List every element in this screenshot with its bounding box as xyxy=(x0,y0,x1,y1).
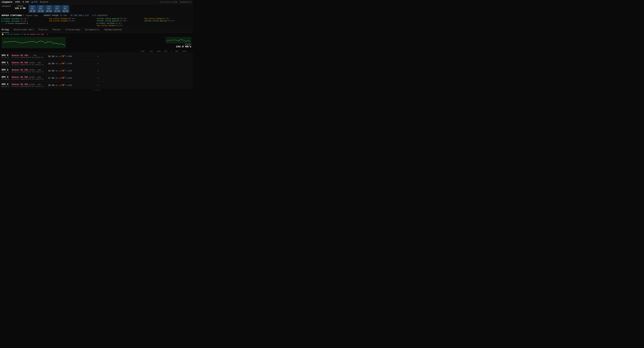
fan-reading-2: 54% xyxy=(68,70,72,72)
gpu-mem-3: 8192М · xyxy=(29,76,38,78)
temp-area-0: ▭ 72° ▭ 50% xyxy=(59,55,74,58)
gpu-id-sub-0: 01:00.0 xyxy=(2,57,10,59)
temp-val-1: 72° xyxy=(38,8,44,10)
agent-version: A 18.10 xyxy=(21,33,28,35)
hash-val-3: 17.65 xyxy=(54,10,60,12)
log-more-line: ... 8 більше повідомлень 🗑 xyxy=(2,22,48,24)
gpu-details-0: Radeon R9 390 - · MSI SK Hynix H5GC4H24A… xyxy=(12,54,44,58)
gpu-hynix-4: SK Hynix H5GC4H24AJR MS-V30823-F6 xyxy=(12,86,44,87)
temp-reading-1: 74° xyxy=(62,62,66,65)
gpu-name-0: Radeon R9 390 xyxy=(12,54,28,57)
chart-section: ETHASH 144.0 МН/s xyxy=(0,36,193,50)
mdpm-header: MDPM xyxy=(178,50,186,52)
ethash-label: ETHASH xyxy=(17,5,23,7)
temp-icon-1: ▭ xyxy=(59,62,61,65)
gpu-temp-box-1: 50% 72° 16.99 xyxy=(37,5,44,13)
log-x-2[interactable]: × xyxy=(27,20,28,22)
log-line: ▶ sreboot shutdown 1d 13h × xyxy=(2,20,48,22)
temp-icon-0: ▭ xyxy=(59,55,61,58)
rig-config-3: Rig config changed xyxy=(97,24,115,26)
dpm-val-1: - xyxy=(79,62,82,65)
log-time-1: 14h 3m xyxy=(20,18,26,20)
bell-icon: 🔔 xyxy=(2,33,4,35)
gpu-brand-4: MSI xyxy=(38,84,41,85)
arrow-icon: ▶ xyxy=(2,20,2,22)
gpu-id-sub-2: 03:00.0 xyxy=(2,71,10,73)
coin-row: ◆ ETH xyxy=(31,1,38,3)
gpu-rows-container: GPU 0 01:00.0 Radeon R9 390 - · MSI SK H… xyxy=(0,53,193,89)
rig-x-3[interactable]: × xyxy=(122,24,123,26)
gpu-id-2: GPU 2 03:00.0 xyxy=(2,69,10,73)
sreboot-time-1: 1d 1h xyxy=(115,22,120,24)
fan-reading-1: 54% xyxy=(68,62,72,65)
trash-icon[interactable]: 🗑 xyxy=(26,22,28,24)
gpu-row-0: GPU 0 01:00.0 Radeon R9 390 - · MSI SK H… xyxy=(0,53,193,60)
tab-огляд[interactable]: Огляд xyxy=(2,28,9,33)
gpu-id-label-3: GPU 3 xyxy=(2,76,10,78)
rig-x-1[interactable]: × xyxy=(75,18,76,19)
dpm-val-2: - xyxy=(79,70,82,72)
version-text: 0.6-31@190418 xyxy=(92,14,108,17)
gpu-row-2: GPU 2 03:00.0 Radeon R9 390 8192М · MSI … xyxy=(0,67,193,74)
gpu-name-1: Radeon R9 390 xyxy=(12,61,28,64)
log-col-1: ▶ sreboot shutdown 14h 3m × ▶ sreboot sh… xyxy=(2,18,48,26)
stats-bar: nanopool ETHASH 120.4 МН 50% 72° 28.58 5… xyxy=(0,4,193,14)
rig-config-2: Rig config changed xyxy=(49,20,67,22)
temp-reading-2: 74° xyxy=(62,70,66,72)
tab-налаштування[interactable]: Налаштування xyxy=(104,28,122,33)
gpu-name-row-3: Radeon R9 390 8192М · MSI xyxy=(12,76,44,78)
top-bar: claymore 100% A 160 ◆ ETH Binance LA 0.1… xyxy=(0,0,193,4)
bottom-version-bar: A 18.10 xyxy=(0,89,193,91)
gpu-mem-2: 8192М · xyxy=(29,69,38,71)
rig-x-4[interactable]: × xyxy=(169,18,170,19)
tab-тюнінг[interactable]: Тюнінг xyxy=(52,28,61,33)
arrow-icon-2: ▶ xyxy=(97,22,98,24)
main-chart xyxy=(2,37,66,49)
gpu-hash-0: 28.58 МН xyxy=(45,55,58,58)
rig-config-1: Rig config changed xyxy=(49,18,67,19)
sreboot-x-1[interactable]: × xyxy=(121,22,122,24)
gpu-id-label-1: GPU 1 xyxy=(2,61,10,64)
autofan-x-1[interactable]: × xyxy=(126,18,127,19)
gpu-name-2: Radeon R9 390 xyxy=(12,69,28,71)
core-val-1: - xyxy=(75,62,78,65)
gpu-id-label-4: GPU 4 xyxy=(2,83,10,86)
sreboot-1: sreboot shutdown xyxy=(98,22,115,24)
wifi-icon-4: ⌒ xyxy=(97,84,98,87)
mem-val-0: - xyxy=(88,55,92,58)
temp-reading-3: 75° xyxy=(62,77,66,79)
log-col-4: Rig config changed 1d 3h × Autofan confi… xyxy=(144,18,191,26)
tab-активність[interactable]: Активність xyxy=(85,28,100,33)
gpu-temp-box-4: 61% 75° 28.59 xyxy=(62,5,69,13)
log-line: Rig config changed 1d 15h × xyxy=(49,20,96,22)
mem-header: MEM xyxy=(172,50,178,52)
fan-val-0: 50% xyxy=(30,6,35,8)
rig-x-2[interactable]: × xyxy=(75,20,76,22)
autofan-x-2[interactable]: × xyxy=(126,20,127,22)
tab-статистика[interactable]: Статистика xyxy=(66,28,80,33)
exchange-label: Binance xyxy=(40,1,48,3)
radeon-label: Radeon R9 390 · s xyxy=(30,33,48,35)
tab-польотний-лист[interactable]: Польотний лист xyxy=(14,28,34,33)
gpu-row-4: GPU 4 09:00.0 Radeon R9 390 8192М · MSI … xyxy=(0,82,193,89)
fan-icon-0: ▭ xyxy=(66,55,68,58)
mem-val-2: - xyxy=(88,70,92,72)
tab-розгін[interactable]: Розгін xyxy=(39,28,48,33)
fan-val-3: 58% xyxy=(54,6,60,8)
gpu-mem-4: 8192М · xyxy=(29,84,38,85)
gpu-id-0: GPU 0 01:00.0 xyxy=(2,54,10,59)
autofan-3: Autofan config applied xyxy=(144,20,167,22)
gpu-id-1: GPU 1 02:00.0 xyxy=(2,61,10,66)
la-text: LA 0.15 0.1 0.08 xyxy=(160,1,177,3)
log-x-1[interactable]: × xyxy=(27,18,28,20)
miner-percent: 100% xyxy=(15,1,20,3)
gpu-name-4: Radeon R9 390 xyxy=(12,83,28,86)
version-bar: 🔔 4.13.16-hiveos A 18.10 Radeon R9 390 ·… xyxy=(0,33,193,36)
autofan-x-3[interactable]: × xyxy=(174,20,175,22)
wifi-icon-2: ⌒ xyxy=(97,70,98,72)
log-col-3: Autofan config applied 15h 9m × Autofan … xyxy=(97,18,144,26)
v-val-0: - xyxy=(84,55,87,58)
dpm-header: DPM xyxy=(161,50,167,52)
log-line: Autofan config applied 1d 15h × xyxy=(97,20,144,22)
log-columns: ▶ sreboot shutdown 14h 3m × ▶ sreboot sh… xyxy=(0,17,193,27)
